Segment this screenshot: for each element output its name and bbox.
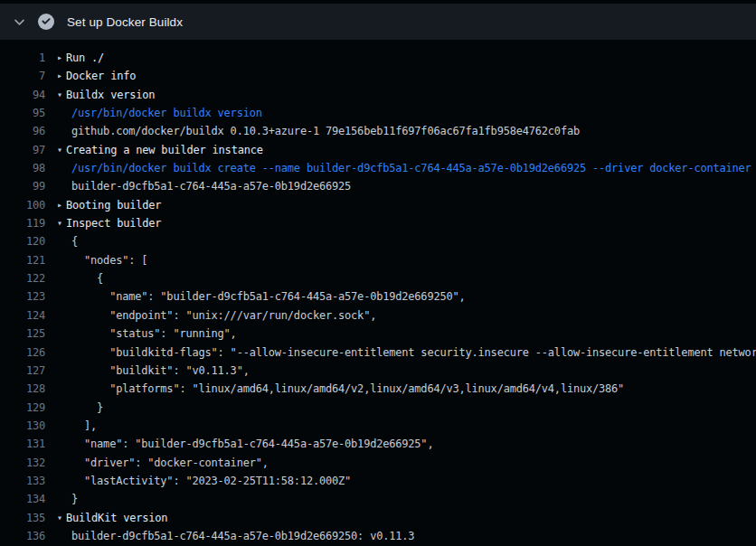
log-text: /usr/bin/docker buildx version [71,104,262,122]
line-number[interactable]: 7 [0,67,45,85]
log-line: 128 "platforms": "linux/amd64,linux/amd6… [0,380,756,398]
group-title: Run ./ [66,49,104,67]
line-number[interactable]: 126 [0,344,45,362]
log-line: 131 "name": "builder-d9cfb5a1-c764-445a-… [0,435,756,453]
log-text: github.com/docker/buildx 0.10.3+azure-1 … [71,122,580,140]
caret-collapsed-icon[interactable]: ▸ [57,67,65,85]
line-number[interactable]: 122 [0,269,45,287]
line-number[interactable]: 135 [0,509,45,527]
log-text: "name": "builder-d9cfb5a1-c764-445a-a57e… [71,435,433,453]
log-text: } [71,399,103,417]
line-number[interactable]: 124 [0,306,45,325]
log-group-line[interactable]: 119▾Inspect builder [0,214,756,232]
log-group-line[interactable]: 7▸Docker info [0,67,756,85]
log-line: 134} [0,490,756,508]
log-text: "status": "running", [71,325,237,343]
log-text: "lastActivity": "2023-02-25T11:58:12.000… [71,472,351,490]
line-number[interactable]: 119 [0,214,45,232]
caret-expanded-icon[interactable]: ▾ [57,509,65,527]
log-group-line[interactable]: 100▸Booting builder [0,196,756,214]
line-number[interactable]: 125 [0,325,45,343]
log-text: "nodes": [ [71,251,147,269]
group-title: Creating a new builder instance [66,141,263,159]
line-number[interactable]: 127 [0,362,45,380]
log-text: "buildkit": "v0.11.3", [71,362,250,380]
line-number[interactable]: 1 [0,49,45,67]
step-header[interactable]: Set up Docker Buildx [0,4,756,40]
line-number[interactable]: 134 [0,490,45,508]
log-text: /usr/bin/docker buildx create --name bui… [71,159,751,177]
line-number[interactable]: 123 [0,287,45,306]
log-line: 98/usr/bin/docker buildx create --name b… [0,159,756,177]
log-group-line[interactable]: 94▾Buildx version [0,86,756,104]
caret-expanded-icon[interactable]: ▾ [57,141,65,159]
line-number[interactable]: 128 [0,380,45,398]
log-line: 126 "buildkitd-flags": "--allow-insecure… [0,344,756,362]
log-line: 120{ [0,232,756,250]
log-text: builder-d9cfb5a1-c764-445a-a57e-0b19d2e6… [71,177,351,195]
log-text: ], [71,417,97,435]
group-title: BuildKit version [66,509,167,527]
line-number[interactable]: 100 [0,196,45,214]
line-number[interactable]: 97 [0,141,45,159]
group-title: Docker info [66,67,136,85]
line-number[interactable]: 136 [0,527,45,545]
log-text: "endpoint": "unix:///var/run/docker.sock… [71,306,376,325]
line-number[interactable]: 131 [0,435,45,453]
group-title: Buildx version [66,86,155,104]
line-number[interactable]: 130 [0,417,45,435]
group-title: Booting builder [66,196,161,214]
line-number[interactable]: 99 [0,177,45,195]
line-number[interactable]: 96 [0,122,45,140]
log-group-line[interactable]: 97▾Creating a new builder instance [0,141,756,159]
log-line: 125 "status": "running", [0,325,756,343]
caret-expanded-icon[interactable]: ▾ [57,86,65,104]
log-line: 129 } [0,399,756,417]
log-text: { [71,269,103,287]
caret-expanded-icon[interactable]: ▾ [57,214,65,232]
log-line: 99builder-d9cfb5a1-c764-445a-a57e-0b19d2… [0,177,756,195]
log-group-line[interactable]: 1▸Run ./ [0,49,756,67]
log-text: builder-d9cfb5a1-c764-445a-a57e-0b19d2e6… [71,527,414,545]
caret-collapsed-icon[interactable]: ▸ [57,49,65,67]
log-text: "driver": "docker-container", [71,454,269,472]
chevron-down-icon[interactable] [13,15,26,29]
log-line: 121 "nodes": [ [0,251,756,269]
log-line: 124 "endpoint": "unix:///var/run/docker.… [0,306,756,325]
check-circle-icon [38,14,54,30]
log-group-line[interactable]: 135▾BuildKit version [0,509,756,527]
log-text: { [71,232,78,250]
log-text: "platforms": "linux/amd64,linux/amd64/v2… [71,380,624,398]
log-line: 136builder-d9cfb5a1-c764-445a-a57e-0b19d… [0,527,756,545]
line-number[interactable]: 94 [0,86,45,104]
line-number[interactable]: 121 [0,251,45,269]
log-line: 96github.com/docker/buildx 0.10.3+azure-… [0,122,756,140]
log-text: "name": "builder-d9cfb5a1-c764-445a-a57e… [71,287,466,306]
log-text: } [71,490,78,508]
line-number[interactable]: 95 [0,104,45,122]
line-number[interactable]: 98 [0,159,45,177]
log-line: 122 { [0,269,756,287]
line-number[interactable]: 129 [0,399,45,417]
caret-collapsed-icon[interactable]: ▸ [57,196,65,214]
log-line: 133 "lastActivity": "2023-02-25T11:58:12… [0,472,756,490]
log-text: "buildkitd-flags": "--allow-insecure-ent… [71,344,756,362]
group-title: Inspect builder [66,214,161,232]
log-line: 95/usr/bin/docker buildx version [0,104,756,122]
step-title: Set up Docker Buildx [67,15,183,29]
line-number[interactable]: 120 [0,232,45,250]
line-number[interactable]: 133 [0,472,45,490]
log-line: 132 "driver": "docker-container", [0,454,756,472]
log-pane[interactable]: 1▸Run ./7▸Docker info94▾Buildx version95… [0,40,756,546]
line-number[interactable]: 132 [0,454,45,472]
log-line: 130 ], [0,417,756,435]
log-line: 127 "buildkit": "v0.11.3", [0,362,756,380]
log-line: 123 "name": "builder-d9cfb5a1-c764-445a-… [0,287,756,306]
